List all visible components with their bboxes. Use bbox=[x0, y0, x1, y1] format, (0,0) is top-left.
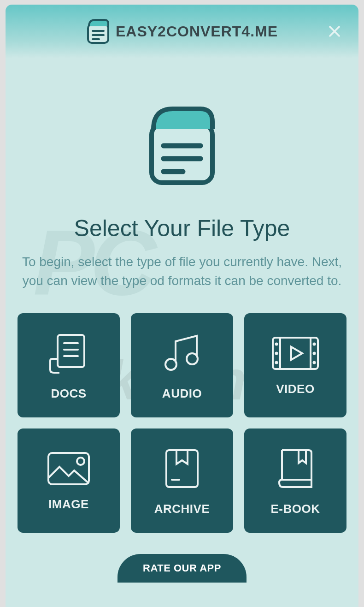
svg-rect-10 bbox=[58, 335, 84, 367]
archive-icon bbox=[159, 446, 205, 492]
page-title: Select Your File Type bbox=[74, 215, 290, 242]
close-icon bbox=[328, 25, 341, 38]
tile-video[interactable]: VIDEO bbox=[244, 313, 346, 417]
tile-label: IMAGE bbox=[48, 497, 89, 512]
tile-label: AUDIO bbox=[162, 387, 202, 401]
rate-app-button[interactable]: RATE OUR APP bbox=[117, 554, 247, 583]
svg-point-24 bbox=[314, 362, 315, 363]
tile-docs[interactable]: DOCS bbox=[18, 313, 120, 417]
docs-icon bbox=[46, 330, 92, 376]
tile-label: VIDEO bbox=[276, 382, 314, 396]
image-icon bbox=[46, 450, 92, 487]
svg-point-15 bbox=[187, 353, 198, 364]
audio-icon bbox=[159, 330, 205, 376]
converter-modal: EASY2CONVERT4.ME PC risk.com Select Your… bbox=[6, 5, 358, 607]
page-subtitle: To begin, select the type of file you cu… bbox=[17, 253, 347, 290]
rate-app-label: RATE OUR APP bbox=[143, 562, 221, 574]
tile-label: DOCS bbox=[51, 387, 86, 401]
brand-title: EASY2CONVERT4.ME bbox=[116, 23, 278, 40]
video-icon bbox=[270, 335, 321, 372]
document-clip-icon bbox=[86, 18, 110, 45]
brand-logo: EASY2CONVERT4.ME bbox=[86, 18, 278, 45]
svg-point-23 bbox=[314, 352, 315, 354]
svg-rect-27 bbox=[166, 450, 198, 487]
svg-point-26 bbox=[77, 458, 84, 465]
tile-audio[interactable]: AUDIO bbox=[131, 313, 233, 417]
close-button[interactable] bbox=[324, 21, 345, 42]
svg-point-21 bbox=[276, 362, 277, 363]
svg-point-20 bbox=[276, 352, 277, 354]
tile-label: ARCHIVE bbox=[154, 502, 210, 516]
svg-point-14 bbox=[165, 359, 176, 370]
tile-image[interactable]: IMAGE bbox=[18, 428, 120, 533]
svg-point-19 bbox=[276, 343, 277, 345]
modal-header: EASY2CONVERT4.ME bbox=[6, 5, 358, 58]
modal-content: Select Your File Type To begin, select t… bbox=[6, 58, 358, 607]
document-hero-icon bbox=[145, 104, 219, 187]
tile-ebook[interactable]: E-BOOK bbox=[244, 428, 346, 533]
ebook-icon bbox=[275, 446, 316, 492]
file-type-grid: DOCS AUDIO bbox=[17, 313, 347, 533]
svg-point-22 bbox=[314, 343, 315, 345]
tile-label: E-BOOK bbox=[271, 502, 320, 516]
tile-archive[interactable]: ARCHIVE bbox=[131, 428, 233, 533]
